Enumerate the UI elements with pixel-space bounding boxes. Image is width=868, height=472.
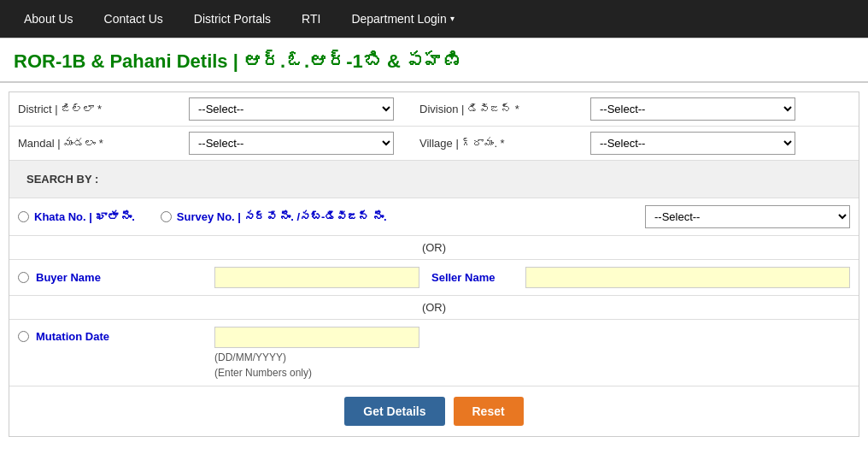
khata-label: Khata No. | ఖాతా నెం.: [34, 210, 135, 223]
mutation-input[interactable]: [214, 327, 419, 348]
nav-contact-us[interactable]: Contact Us: [89, 0, 179, 38]
village-select[interactable]: --Select--: [590, 132, 795, 155]
nav-district-portals[interactable]: District Portals: [179, 0, 286, 38]
seller-section: Seller Name: [431, 267, 850, 288]
seller-input[interactable]: [525, 267, 850, 288]
title-divider: [0, 82, 868, 83]
nav-dept-login[interactable]: Department Login ▾: [336, 0, 469, 38]
survey-select-wrapper: --Select--: [645, 205, 850, 228]
village-label: Village | గ్రామం. *: [419, 137, 582, 150]
mutation-hint2: (Enter Numbers only): [214, 367, 419, 379]
buyer-seller-row: Buyer Name Seller Name: [9, 260, 859, 296]
search-by-label: SEARCH BY :: [18, 166, 107, 192]
buyer-radio[interactable]: [18, 272, 29, 283]
survey-radio[interactable]: [161, 211, 172, 222]
button-row: Get Details Reset: [9, 386, 859, 436]
radio-row: Khata No. | ఖాతా నెం. Survey No. | సర్వే…: [9, 198, 859, 236]
reset-button[interactable]: Reset: [454, 397, 524, 426]
mandal-village-row: Mandal | మండలం * --Select-- Village | గ్…: [9, 127, 859, 161]
mutation-hint1: (DD/MM/YYYY): [214, 351, 419, 363]
mutation-radio[interactable]: [18, 331, 29, 342]
or-row-1: (OR): [9, 236, 859, 260]
navbar: About Us Contact Us District Portals RTI…: [0, 0, 868, 38]
buyer-input[interactable]: [214, 267, 419, 288]
dept-login-arrow-icon: ▾: [450, 0, 455, 38]
khata-option[interactable]: Khata No. | ఖాతా నెం.: [18, 210, 135, 223]
survey-option[interactable]: Survey No. | సర్వే నెం. /సబ్-డివిజన్ నెం…: [161, 210, 387, 223]
district-division-row: District | జిల్లా * --Select-- Division …: [9, 92, 859, 127]
search-by-row: SEARCH BY :: [9, 161, 859, 198]
nav-rti[interactable]: RTI: [286, 0, 336, 38]
survey-select[interactable]: --Select--: [645, 205, 850, 228]
buyer-label: Buyer Name: [36, 271, 101, 284]
survey-label: Survey No. | సర్వే నెం. /సబ్-డివిజన్ నెం…: [177, 210, 387, 223]
district-label: District | జిల్లా *: [18, 103, 180, 115]
or-row-2: (OR): [9, 296, 859, 320]
mutation-input-group: (DD/MM/YYYY) (Enter Numbers only): [214, 327, 419, 379]
khata-radio[interactable]: [18, 211, 29, 222]
seller-label: Seller Name: [431, 271, 517, 284]
get-details-button[interactable]: Get Details: [344, 397, 444, 426]
district-select[interactable]: --Select--: [189, 97, 394, 121]
mandal-select[interactable]: --Select--: [189, 132, 394, 155]
mutation-row: Mutation Date (DD/MM/YYYY) (Enter Number…: [9, 320, 859, 386]
mutation-label-wrapper: Mutation Date: [18, 327, 206, 343]
nav-about-us[interactable]: About Us: [9, 0, 89, 38]
mutation-label: Mutation Date: [36, 330, 109, 343]
buyer-label-wrapper: Buyer Name: [18, 271, 206, 284]
mandal-label: Mandal | మండలం *: [18, 137, 180, 150]
division-select[interactable]: --Select--: [590, 97, 795, 121]
form-container: District | జిల్లా * --Select-- Division …: [9, 91, 859, 437]
page-title: ROR-1B & Pahani Detils | ఆర్.ఓ.ఆర్-1బి &…: [0, 38, 868, 82]
division-label: Division | డివిజన్ *: [419, 103, 582, 115]
